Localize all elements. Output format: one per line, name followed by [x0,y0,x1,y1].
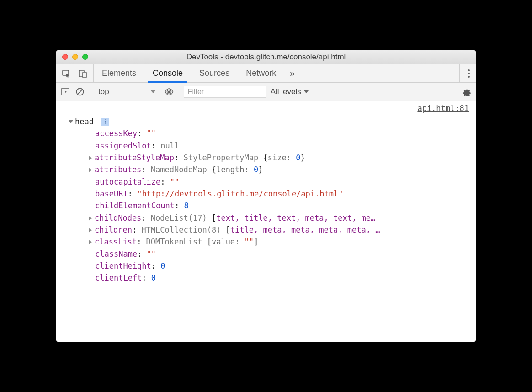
devtools-window: DevTools - devtools.glitch.me/console/ap… [56,50,476,342]
traffic-lights [62,54,88,60]
disclosure-triangle-closed-icon[interactable] [89,156,92,160]
minimize-window-button[interactable] [72,54,78,60]
property-class: DOMTokenList [146,237,207,246]
property-key: baseURI [95,189,128,198]
console-output: api.html:81 head i accessKey: ""assigned… [56,101,476,342]
property-row: clientHeight: 0 [69,260,469,272]
property-class: NamedNodeMap [151,165,212,174]
disclosure-triangle-closed-icon[interactable] [89,240,92,244]
property-row[interactable]: childNodes: NodeList(17) [text, title, t… [69,212,469,224]
tabs-overflow-button[interactable]: » [284,64,300,82]
window-title: DevTools - devtools.glitch.me/console/ap… [56,53,476,62]
disclosure-triangle-open-icon[interactable] [69,120,73,123]
property-class: StylePropertyMap [183,153,263,162]
property-row: childElementCount: 8 [69,200,469,212]
property-key: children [95,225,132,234]
property-key: childNodes [95,213,141,222]
property-key: className [95,249,137,259]
separator [457,86,457,97]
execution-context-select[interactable]: top [95,86,160,97]
property-key: clientLeft [95,273,142,282]
property-key: accessKey [95,129,137,138]
property-row[interactable]: attributes: NamedNodeMap {length: 0} [69,164,469,175]
live-expression-icon[interactable] [164,87,174,97]
toggle-console-drawer-icon[interactable] [60,87,70,97]
property-row: className: "" [69,248,469,260]
property-class: HTMLCollection(8) [141,225,225,234]
log-levels-select[interactable]: All levels [271,87,309,96]
inspect-element-icon[interactable] [61,69,71,79]
console-settings-icon[interactable] [462,87,472,97]
logged-object: head i accessKey: ""assignedSlot: nullat… [56,104,476,284]
disclosure-triangle-closed-icon[interactable] [89,168,92,172]
property-class: NodeList(17) [151,213,212,222]
svg-point-7 [168,90,170,93]
property-row: baseURI: "http://devtools.glitch.me/cons… [69,188,469,200]
disclosure-triangle-closed-icon[interactable] [89,228,92,233]
property-value: "http://devtools.glitch.me/console/api.h… [137,189,343,198]
separator [179,86,179,97]
property-key: classList [95,237,137,246]
property-row[interactable]: children: HTMLCollection(8) [title, meta… [69,224,469,236]
disclosure-triangle-closed-icon[interactable] [89,216,92,221]
device-toolbar-icon[interactable] [78,69,88,79]
zoom-window-button[interactable] [82,54,88,60]
execution-context-value: top [98,87,109,96]
more-options-icon[interactable] [466,68,472,79]
property-value: "" [147,129,156,138]
property-key: attributeStyleMap [95,153,174,162]
property-value: "" [170,177,179,186]
log-levels-label: All levels [271,87,301,96]
property-key: clientHeight [95,261,151,270]
svg-rect-2 [83,72,86,78]
tab-network[interactable]: Network [238,64,284,82]
tabbar-right-tools [459,64,476,82]
separator [90,86,90,97]
panel-tabs: Elements Console Sources Network » [94,64,300,82]
close-window-button[interactable] [62,54,68,60]
property-row: clientLeft: 0 [69,272,469,284]
property-row: assignedSlot: null [69,140,469,152]
property-value: null [160,141,179,150]
property-value: 0 [160,261,165,270]
tabbar: Elements Console Sources Network » [56,64,476,83]
chevron-down-icon [150,90,156,93]
property-key: assignedSlot [95,141,151,150]
property-row[interactable]: attributeStyleMap: StylePropertyMap {siz… [69,152,469,164]
tab-sources[interactable]: Sources [191,64,238,82]
clear-console-icon[interactable] [75,87,85,97]
property-key: attributes [95,165,141,174]
tabbar-left-tools [56,64,94,82]
property-row: autocapitalize: "" [69,176,469,188]
info-badge-icon[interactable]: i [101,118,109,126]
object-header-row[interactable]: head i [69,116,469,127]
chevron-down-icon [304,90,309,93]
property-key: autocapitalize [95,177,160,186]
source-link[interactable]: api.html:81 [417,104,469,113]
svg-line-6 [78,89,83,94]
property-value: "" [147,249,156,259]
object-name: head [75,117,94,126]
property-row[interactable]: classList: DOMTokenList [value: ""] [69,236,469,248]
property-value: 0 [151,273,156,282]
titlebar: DevTools - devtools.glitch.me/console/ap… [56,50,476,64]
tab-elements[interactable]: Elements [94,64,144,82]
property-key: childElementCount [95,201,175,210]
property-row: accessKey: "" [69,127,469,139]
property-value: 8 [184,201,188,210]
tab-console[interactable]: Console [144,64,191,82]
console-toolbar: top All levels [56,83,476,101]
filter-input[interactable] [184,86,266,98]
